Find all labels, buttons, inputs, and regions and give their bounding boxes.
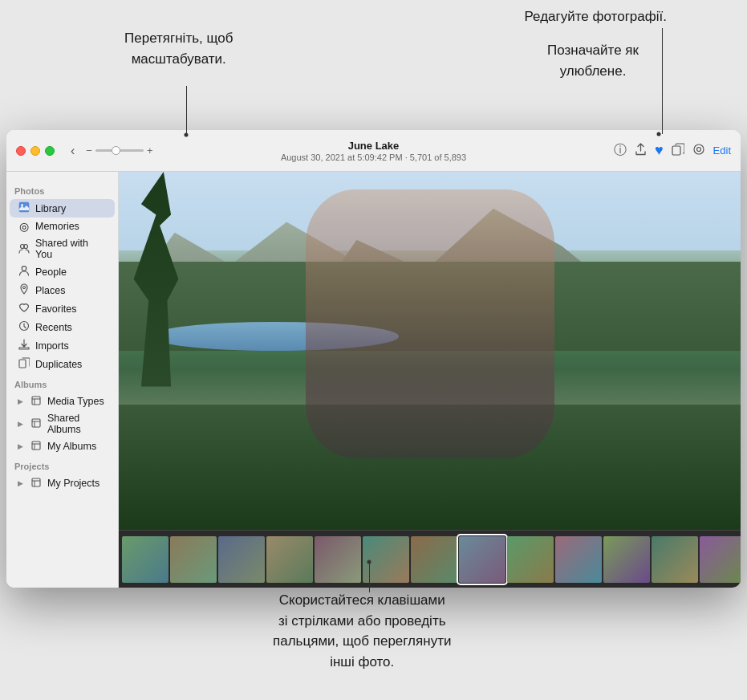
photos-section-label: Photos	[6, 180, 118, 199]
memories-label: Memories	[35, 221, 79, 232]
sidebar-item-media-types[interactable]: ▶ Media Types	[10, 393, 115, 410]
callout-drag-zoom-line1: Перетягніть, щоб	[124, 31, 233, 46]
sidebar-item-memories[interactable]: ◎ Memories	[10, 218, 115, 235]
media-types-icon	[30, 395, 43, 408]
filmstrip-thumb[interactable]	[507, 536, 554, 583]
filmstrip-thumb[interactable]	[603, 536, 650, 583]
sidebar-item-favorites[interactable]: Favorites	[10, 299, 115, 318]
my-albums-chevron-icon: ▶	[18, 442, 23, 450]
people-label: People	[35, 267, 67, 278]
callout-swipe-line4: інші фото.	[330, 654, 394, 669]
callout-edit-line	[662, 28, 663, 134]
sidebar: Photos Library ◎ Memories	[6, 172, 119, 588]
filmstrip-thumb[interactable]	[555, 536, 602, 583]
toolbar-right: ⓘ ♥ Edit	[614, 142, 731, 159]
filmstrip-thumb[interactable]	[122, 536, 168, 583]
memories-icon: ◎	[18, 220, 30, 233]
albums-section-label: Albums	[6, 373, 118, 393]
title-center: June Lake August 30, 2021 at 5:09:42 PM …	[281, 140, 466, 162]
shared-albums-icon	[30, 417, 43, 430]
sidebar-item-places[interactable]: Places	[10, 281, 115, 299]
zoom-slider[interactable]: − +	[86, 144, 152, 157]
my-projects-chevron-icon: ▶	[18, 479, 23, 487]
callout-favorite-line1: Позначайте як	[547, 43, 639, 58]
places-icon	[18, 283, 30, 297]
filmstrip-thumb[interactable]	[315, 536, 361, 583]
title-bar: ‹ − + June Lake August 30, 2021 at 5:09:…	[6, 130, 741, 172]
filmstrip-thumb[interactable]	[652, 536, 698, 583]
svg-rect-10	[19, 360, 26, 368]
recents-label: Recents	[35, 322, 72, 333]
svg-rect-11	[32, 397, 40, 405]
slider-track	[95, 149, 144, 152]
sidebar-item-shared-with-you[interactable]: Shared with You	[10, 235, 115, 262]
svg-point-7	[22, 267, 26, 271]
maximize-button[interactable]	[45, 146, 55, 156]
duplicates-label: Duplicates	[35, 359, 82, 370]
recents-icon	[18, 320, 30, 334]
enhance-icon[interactable]	[692, 143, 705, 159]
filmstrip-thumb[interactable]	[218, 536, 265, 583]
info-icon[interactable]: ⓘ	[614, 142, 627, 159]
filmstrip-thumb[interactable]	[266, 536, 313, 583]
filmstrip-thumb[interactable]	[411, 536, 457, 583]
sidebar-item-library[interactable]: Library	[10, 199, 115, 218]
svg-rect-14	[32, 478, 40, 486]
filmstrip-thumb[interactable]	[363, 536, 409, 583]
my-projects-label: My Projects	[47, 478, 99, 489]
sidebar-item-duplicates[interactable]: Duplicates	[10, 355, 115, 373]
slider-thumb	[112, 146, 120, 155]
my-albums-label: My Albums	[47, 441, 96, 452]
content-area: Photos Library ◎ Memories	[6, 172, 741, 588]
shared-with-you-icon	[18, 242, 30, 256]
callout-edit-text: Редагуйте фотографії.	[525, 9, 667, 24]
minimize-button[interactable]	[30, 146, 40, 156]
filmstrip-thumb[interactable]	[170, 536, 217, 583]
nav-controls: ‹ − +	[67, 142, 153, 160]
sidebar-item-people[interactable]: People	[10, 262, 115, 281]
back-button[interactable]: ‹	[67, 142, 78, 160]
callout-favorite-line2: улюблене.	[560, 63, 627, 79]
svg-rect-12	[32, 419, 40, 427]
shared-with-you-label: Shared with You	[35, 238, 107, 260]
sidebar-item-recents[interactable]: Recents	[10, 318, 115, 336]
sidebar-item-shared-albums[interactable]: ▶ Shared Albums	[10, 410, 115, 438]
media-types-chevron-icon: ▶	[18, 397, 23, 405]
traffic-lights	[16, 146, 55, 156]
my-projects-icon	[30, 477, 43, 490]
callout-edit: Редагуйте фотографії.	[525, 6, 667, 27]
filmstrip-thumb-selected[interactable]	[459, 536, 505, 583]
callout1-line	[186, 86, 187, 136]
duplicates-icon	[18, 357, 30, 371]
imports-label: Imports	[35, 340, 69, 352]
photo-background	[119, 172, 741, 530]
close-button[interactable]	[16, 146, 26, 156]
svg-point-8	[23, 287, 26, 289]
callout-swipe: Скористайтеся клавішами зі стрілками або…	[273, 590, 451, 672]
filmstrip-inner	[119, 533, 741, 586]
share-icon[interactable]	[635, 143, 647, 159]
callout-drag-zoom: Перетягніть, щоб масштабувати.	[124, 28, 233, 69]
photo-title: June Lake	[281, 140, 466, 152]
callout-swipe-line3: пальцями, щоб переглянути	[273, 633, 451, 649]
sidebar-item-my-projects[interactable]: ▶ My Projects	[10, 474, 115, 492]
people-icon	[18, 265, 30, 279]
library-icon	[18, 201, 30, 215]
callout-swipe-line1: Скористайтеся клавішами	[279, 592, 445, 608]
sidebar-item-imports[interactable]: Imports	[10, 336, 115, 355]
app-window: ‹ − + June Lake August 30, 2021 at 5:09:…	[6, 130, 741, 588]
favorite-icon[interactable]: ♥	[655, 142, 664, 159]
shared-albums-label: Shared Albums	[47, 413, 107, 435]
callout-favorite: Позначайте як улюблене.	[547, 40, 639, 81]
callout-swipe-line2: зі стрілками або проведіть	[278, 613, 446, 629]
photo-display	[119, 172, 741, 530]
edit-button[interactable]: Edit	[713, 144, 731, 157]
svg-point-2	[696, 147, 700, 151]
filmstrip	[119, 530, 741, 588]
duplicate-icon[interactable]	[672, 143, 684, 159]
places-label: Places	[35, 285, 66, 296]
shared-albums-chevron-icon: ▶	[18, 420, 23, 428]
zoom-minus-icon: −	[86, 144, 92, 157]
sidebar-item-my-albums[interactable]: ▶ My Albums	[10, 438, 115, 455]
filmstrip-thumb[interactable]	[700, 536, 741, 583]
